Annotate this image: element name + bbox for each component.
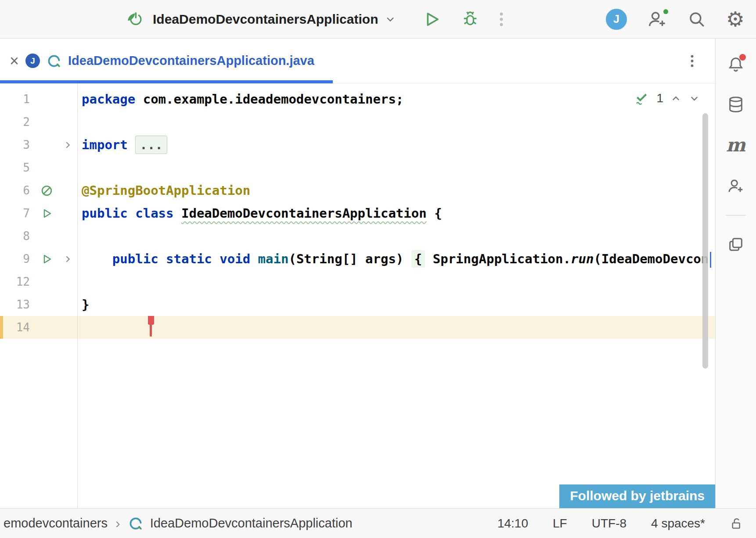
previous-problem-icon[interactable] [670, 93, 682, 104]
fold-chevron-icon[interactable] [62, 254, 73, 265]
code-line[interactable]: 6@SpringBootApplication [0, 179, 715, 202]
inspections-check-icon[interactable] [634, 90, 650, 106]
database-icon[interactable] [727, 96, 745, 113]
code-text[interactable] [77, 225, 715, 247]
tab-options-kebab-icon[interactable] [690, 54, 694, 68]
line-number: 9 [0, 247, 35, 270]
gutter-icon-slot [35, 316, 58, 339]
fold-chevron-icon[interactable] [62, 140, 73, 151]
debug-button[interactable] [461, 10, 480, 29]
run-gutter-icon[interactable] [41, 253, 53, 265]
fold-slot [58, 202, 77, 225]
gutter-icon-slot[interactable] [35, 179, 58, 202]
tab-active-file[interactable]: × J IdeaDemoDevcontainersApplication.jav… [0, 39, 333, 83]
gutter-icon-slot [35, 133, 58, 156]
user-avatar[interactable]: J [606, 9, 627, 30]
code-text[interactable]: } [77, 293, 715, 316]
code-text[interactable]: public class IdeaDemoDevcontainersApplic… [77, 202, 715, 225]
gutter-separator [77, 83, 78, 508]
vertical-scrollbar[interactable] [702, 113, 708, 369]
code-segment: import [82, 137, 128, 152]
spring-bean-icon[interactable] [40, 184, 54, 197]
fold-slot[interactable] [58, 133, 77, 156]
code-text[interactable]: @SpringBootApplication [77, 179, 715, 202]
code-line[interactable]: 8 [0, 225, 715, 247]
line-number: 6 [0, 179, 35, 202]
code-text[interactable] [77, 111, 715, 133]
code-line[interactable]: 12 [0, 270, 715, 293]
code-text[interactable] [77, 316, 715, 339]
code-line[interactable]: 2 [0, 111, 715, 133]
inspections-widget: 1 [634, 90, 700, 106]
gutter-icon-slot [35, 225, 58, 247]
encoding-widget[interactable]: UTF-8 [592, 516, 626, 531]
fold-slot [58, 179, 77, 202]
layers-icon[interactable] [727, 236, 745, 253]
code-text[interactable]: package com.example.ideademodevcontainer… [77, 88, 715, 111]
fold-slot [58, 156, 77, 179]
unlocked-icon[interactable] [730, 516, 744, 531]
code-editor[interactable]: 1package com.example.ideademodevcontaine… [0, 83, 715, 508]
run-configuration-widget[interactable]: IdeaDemoDevcontainersApplication [126, 11, 396, 28]
code-segment: } [82, 297, 89, 312]
gutter-icon-slot [35, 293, 58, 316]
code-segment: @SpringBootApplication [82, 183, 250, 198]
notification-badge-dot [739, 54, 746, 61]
fold-slot [58, 111, 77, 133]
run-configuration-name: IdeaDemoDevcontainersApplication [153, 12, 378, 27]
code-segment: public static void [112, 251, 250, 266]
gutter-icon-slot[interactable] [35, 247, 58, 270]
main-toolbar: IdeaDemoDevcontainersApplication J [0, 0, 756, 39]
code-segment: { [427, 206, 442, 221]
spring-boot-class-icon [47, 54, 61, 68]
code-segment: SpringApplication. [425, 251, 571, 266]
next-problem-icon[interactable] [688, 93, 700, 104]
add-user-icon[interactable] [727, 177, 745, 195]
notifications-icon[interactable] [727, 55, 745, 73]
fold-slot[interactable] [58, 247, 77, 270]
breadcrumb-class[interactable]: IdeaDemoDevcontainersApplication [150, 516, 353, 531]
fold-slot [58, 293, 77, 316]
settings-icon[interactable]: ⚙ [726, 9, 745, 29]
code-text[interactable]: import ... [77, 133, 715, 156]
line-number: 1 [0, 88, 35, 111]
code-segment: (String[] args) [288, 251, 411, 266]
text-caret [710, 252, 711, 268]
code-line[interactable]: 14 [0, 316, 715, 339]
spring-boot-class-icon [128, 516, 143, 531]
run-button[interactable] [423, 10, 441, 29]
code-line[interactable]: 13} [0, 293, 715, 316]
code-segment: com.example.ideademodevcontainers; [135, 92, 403, 107]
maven-icon[interactable]: m [726, 136, 745, 154]
code-segment: run [571, 251, 594, 266]
code-line[interactable]: 5 [0, 156, 715, 179]
line-number: 8 [0, 225, 35, 247]
gutter-icon-slot[interactable] [35, 202, 58, 225]
rail-divider [726, 215, 746, 215]
gutter-icon-slot [35, 88, 58, 111]
close-icon[interactable]: × [10, 53, 19, 69]
more-options-icon[interactable] [499, 11, 504, 27]
code-segment: (IdeaDemoDevcon [594, 251, 709, 266]
code-line[interactable]: 7public class IdeaDemoDevcontainersAppli… [0, 202, 715, 225]
code-text[interactable]: public static void main(String[] args) {… [77, 247, 715, 270]
code-text[interactable] [77, 156, 715, 179]
code-segment: ... [135, 136, 167, 154]
right-tool-rail: m [715, 39, 756, 508]
code-with-me-active-dot [662, 8, 669, 15]
indent-widget[interactable]: 4 spaces* [651, 516, 705, 531]
line-separator-widget[interactable]: LF [553, 516, 567, 531]
line-number: 14 [0, 316, 35, 339]
code-line[interactable]: 3import ... [0, 133, 715, 156]
gutter-icon-slot [35, 111, 58, 133]
code-line[interactable]: 9 public static void main(String[] args)… [0, 247, 715, 270]
code-line[interactable]: 1package com.example.ideademodevcontaine… [0, 88, 715, 111]
breadcrumb-package[interactable]: emodevcontainers [4, 516, 108, 531]
code-text[interactable] [77, 270, 715, 293]
fold-slot [58, 316, 77, 339]
cursor-position-widget[interactable]: 14:10 [497, 516, 528, 531]
run-gutter-icon[interactable] [41, 208, 53, 219]
add-user-icon[interactable] [647, 9, 667, 29]
chevron-down-icon [384, 13, 396, 25]
search-icon[interactable] [688, 10, 706, 29]
